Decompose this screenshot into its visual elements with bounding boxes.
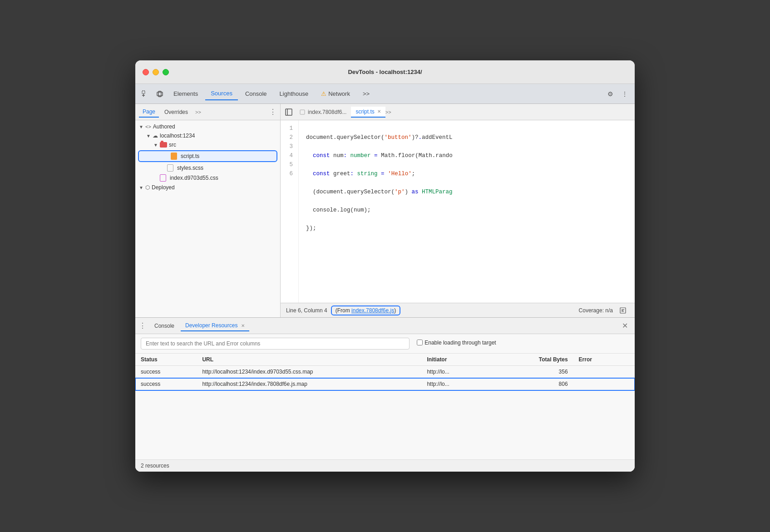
tree-arrow-deployed: ▼ xyxy=(139,185,143,190)
tab-index-js[interactable]: index.7808df6... xyxy=(295,107,351,117)
source-map-from-box: (From index.7808df6e.js) xyxy=(331,305,400,315)
row2-error xyxy=(573,378,635,390)
header-error: Error xyxy=(573,354,635,366)
bottom-panel: ⋮ Console Developer Resources ✕ ✕ Enable… xyxy=(135,317,635,472)
maximize-button[interactable] xyxy=(163,69,169,75)
tab-elements[interactable]: Elements xyxy=(168,88,203,100)
svg-rect-0 xyxy=(142,91,145,94)
folder-red-icon xyxy=(160,142,167,148)
tab-page[interactable]: Page xyxy=(139,107,159,118)
file-tree: ▼ <> Authored ▼ ☁ localhost:1234 ▼ src xyxy=(135,120,280,317)
tab-network[interactable]: ⚠ Network xyxy=(316,88,355,100)
svg-rect-3 xyxy=(157,92,163,96)
tree-item-deployed[interactable]: ▼ ⬡ Deployed xyxy=(135,183,280,192)
resources-table: Status URL Initiator Total Bytes Error s… xyxy=(135,354,635,390)
panel-menu-icon[interactable]: ⋮ xyxy=(269,108,276,116)
svg-rect-5 xyxy=(286,109,292,115)
scss-file-icon xyxy=(167,164,173,172)
devtools-window: DevTools - localhost:1234/ Elements Sour… xyxy=(135,60,635,472)
format-icon[interactable] xyxy=(617,304,629,317)
table-header-row: Status URL Initiator Total Bytes Error xyxy=(135,354,635,366)
line-numbers: 1 2 3 4 5 6 xyxy=(281,120,299,303)
main-content: Page Overrides >> ⋮ ▼ <> Authored ▼ ☁ xyxy=(135,104,635,317)
cloud-icon: ☁ xyxy=(153,133,158,139)
tree-arrow-src: ▼ xyxy=(153,143,158,148)
ts-file-icon xyxy=(171,153,177,160)
resources-table-body: success http://localhost:1234/index.d970… xyxy=(135,366,635,390)
tab-developer-resources[interactable]: Developer Resources ✕ xyxy=(181,320,249,331)
row1-initiator: http://lo... xyxy=(421,366,496,378)
cursor-position: Line 6, Column 4 xyxy=(286,307,327,314)
row1-status: success xyxy=(135,366,197,378)
tab-lighthouse[interactable]: Lighthouse xyxy=(274,88,314,100)
tree-item-authored[interactable]: ▼ <> Authored xyxy=(135,122,280,131)
enable-loading-label: Enable loading through target xyxy=(417,340,496,346)
header-url: URL xyxy=(197,354,421,366)
device-toggle-icon[interactable] xyxy=(153,88,166,100)
close-bottom-panel-icon[interactable]: ✕ xyxy=(618,320,631,332)
row2-initiator: http://lo... xyxy=(421,378,496,390)
bottom-panel-menu-icon[interactable]: ⋮ xyxy=(139,321,146,330)
resources-table-wrapper: Status URL Initiator Total Bytes Error s… xyxy=(135,354,635,459)
editor-sidebar-toggle[interactable] xyxy=(282,106,295,118)
tree-arrow-localhost: ▼ xyxy=(146,133,151,138)
row2-bytes: 806 xyxy=(496,378,573,390)
code-content: document.querySelector('button')?.addEve… xyxy=(299,120,635,303)
resources-footer: 2 resources xyxy=(135,459,635,472)
traffic-lights xyxy=(143,69,169,75)
left-panel: Page Overrides >> ⋮ ▼ <> Authored ▼ ☁ xyxy=(135,104,281,317)
warning-icon: ⚠ xyxy=(321,90,326,97)
search-bar: Enable loading through target xyxy=(135,334,635,354)
tree-item-script-ts[interactable]: script.ts xyxy=(138,150,277,162)
code-icon: <> xyxy=(145,124,151,129)
title-bar: DevTools - localhost:1234/ xyxy=(135,60,635,84)
row2-status: success xyxy=(135,378,197,390)
tree-item-index-css[interactable]: index.d9703d55.css xyxy=(135,173,280,183)
row1-error xyxy=(573,366,635,378)
inspect-element-icon[interactable] xyxy=(139,88,152,100)
table-row[interactable]: success http://localhost:1234/index.7808… xyxy=(135,378,635,390)
settings-icon[interactable]: ⚙ xyxy=(604,88,617,100)
table-row[interactable]: success http://localhost:1234/index.d970… xyxy=(135,366,635,378)
header-initiator: Initiator xyxy=(421,354,496,366)
row2-url: http://localhost:1234/index.7808df6e.js.… xyxy=(197,378,421,390)
status-bar: Line 6, Column 4 (From index.7808df6e.js… xyxy=(281,303,635,317)
css-file-icon xyxy=(160,174,166,182)
tab-console-bottom[interactable]: Console xyxy=(150,321,179,331)
row1-url: http://localhost:1234/index.d9703d55.css… xyxy=(197,366,421,378)
editor-tabs: index.7808df6... script.ts ✕ >> xyxy=(281,104,635,120)
window-title: DevTools - localhost:1234/ xyxy=(348,69,422,75)
search-input[interactable] xyxy=(141,338,410,350)
minimize-button[interactable] xyxy=(153,69,159,75)
enable-loading-checkbox[interactable] xyxy=(417,340,423,345)
svg-rect-7 xyxy=(300,110,305,114)
cube-icon: ⬡ xyxy=(145,184,150,191)
close-developer-resources-icon[interactable]: ✕ xyxy=(241,323,245,328)
panel-more-tabs[interactable]: >> xyxy=(195,109,201,115)
source-map-link[interactable]: index.7808df6e.js xyxy=(351,307,394,314)
editor-more-tabs[interactable]: >> xyxy=(385,109,391,115)
tab-script-ts[interactable]: script.ts ✕ xyxy=(351,107,385,118)
panel-tabs: Page Overrides >> ⋮ xyxy=(135,104,280,120)
code-editor: 1 2 3 4 5 6 document.querySelector('butt… xyxy=(281,120,635,303)
tree-item-styles-scss[interactable]: styles.scss xyxy=(135,163,280,173)
devtools-tabs-bar: Elements Sources Console Lighthouse ⚠ Ne… xyxy=(135,84,635,104)
bottom-panel-tabs: ⋮ Console Developer Resources ✕ ✕ xyxy=(135,318,635,334)
close-script-ts-icon[interactable]: ✕ xyxy=(377,109,381,114)
right-panel: index.7808df6... script.ts ✕ >> 1 2 3 4 … xyxy=(281,104,635,317)
tab-more[interactable]: >> xyxy=(357,88,375,100)
tree-arrow-authored: ▼ xyxy=(139,124,143,129)
tab-console[interactable]: Console xyxy=(240,88,272,100)
tab-sources[interactable]: Sources xyxy=(205,88,238,100)
header-status: Status xyxy=(135,354,197,366)
developer-resources-panel: Enable loading through target Status URL… xyxy=(135,334,635,472)
tab-overrides[interactable]: Overrides xyxy=(161,107,192,117)
coverage-text: Coverage: n/a xyxy=(579,307,613,314)
tree-item-src[interactable]: ▼ src xyxy=(135,140,280,149)
close-button[interactable] xyxy=(143,69,149,75)
header-total-bytes: Total Bytes xyxy=(496,354,573,366)
more-options-icon[interactable]: ⋮ xyxy=(618,88,631,100)
from-label: (From xyxy=(336,307,351,314)
tree-item-localhost[interactable]: ▼ ☁ localhost:1234 xyxy=(135,131,280,140)
row1-bytes: 356 xyxy=(496,366,573,378)
